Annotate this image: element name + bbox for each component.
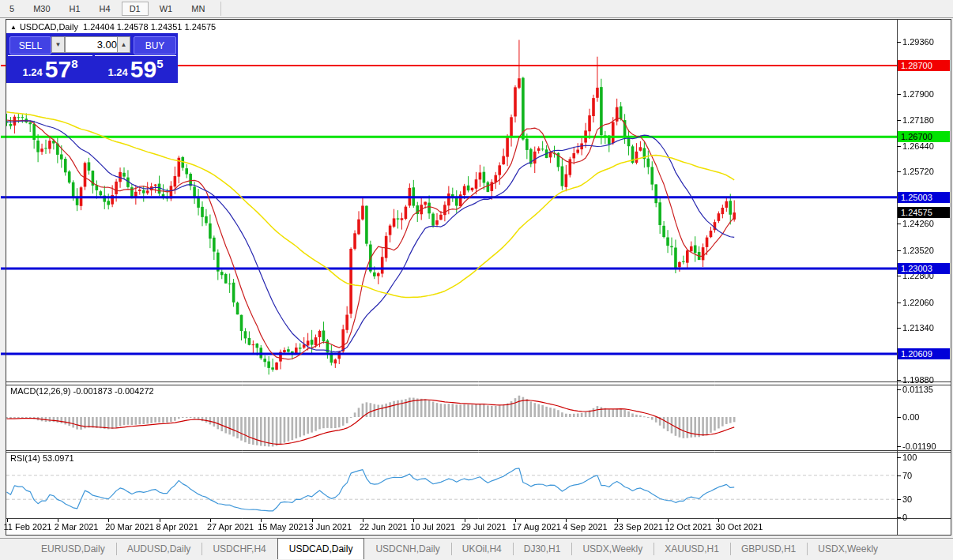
macd-axis-tick: 0.01135 bbox=[902, 385, 933, 394]
buy-price-display[interactable]: 1.24 59 5 bbox=[95, 55, 176, 81]
price-axis-tick: 1.29360 bbox=[902, 37, 934, 47]
rsi-axis-tick: 30 bbox=[902, 494, 912, 504]
volume-input[interactable]: 3.00 bbox=[65, 36, 122, 53]
timeframe-button-m30[interactable]: M30 bbox=[25, 2, 58, 16]
sell-price-display[interactable]: 1.24 57 8 bbox=[8, 55, 92, 81]
macd-label: MACD(12,26,9) -0.001873 -0.004272 bbox=[10, 386, 154, 396]
price-level-badge: 1.20609 bbox=[898, 348, 950, 359]
date-axis-label: 27 Apr 2021 bbox=[207, 522, 254, 532]
rsi-axis-tick: 100 bbox=[902, 453, 917, 462]
date-axis-label: 3 Jun 2021 bbox=[309, 522, 352, 532]
timeframe-button-mn[interactable]: MN bbox=[183, 2, 213, 16]
timeframe-button-h1[interactable]: H1 bbox=[62, 2, 89, 16]
symbol-tab-eurusd[interactable]: EURUSD,Daily bbox=[30, 539, 116, 559]
one-click-trade-panel: SELL ▼ 3.00 ▲ BUY 1.24 57 8 1.24 59 5 bbox=[6, 33, 178, 83]
price-level-badge: 1.23003 bbox=[898, 263, 950, 274]
symbol-tab-bar: EURUSD,DailyAUDUSD,DailyUSDCHF,H4USDCAD,… bbox=[0, 538, 953, 559]
date-axis-label: 20 Mar 2021 bbox=[105, 522, 154, 532]
price-axis-tick: 1.27180 bbox=[902, 115, 934, 125]
symbol-tab-usdx[interactable]: USDX,Weekly bbox=[571, 539, 654, 559]
rsi-label: RSI(14) 53.0971 bbox=[10, 453, 74, 463]
volume-down-button[interactable]: ▼ bbox=[51, 36, 65, 53]
timeframe-button-h4[interactable]: H4 bbox=[92, 2, 119, 16]
symbol-tab-usdchf[interactable]: USDCHF,H4 bbox=[202, 539, 277, 559]
chart-ohlc-values: 1.24404 1.24578 1.24351 1.24575 bbox=[83, 22, 216, 32]
price-level-badge: 1.28700 bbox=[898, 60, 950, 71]
price-axis-tick: 1.26440 bbox=[902, 141, 934, 151]
sell-button[interactable]: SELL bbox=[9, 36, 51, 54]
symbol-tab-xauusd[interactable]: XAUUSD,H1 bbox=[654, 539, 730, 559]
date-axis-label: 4 Sep 2021 bbox=[563, 522, 607, 532]
collapse-icon[interactable]: ▲ bbox=[10, 24, 17, 31]
date-axis-label: 10 Jul 2021 bbox=[410, 522, 455, 532]
timeframe-toolbar: 5M30H1H4D1W1MN bbox=[0, 0, 953, 18]
price-axis-tick: 1.23520 bbox=[902, 246, 934, 255]
chart-window bbox=[6, 19, 951, 536]
volume-up-button[interactable]: ▲ bbox=[117, 36, 130, 53]
date-axis-label: 8 Apr 2021 bbox=[156, 522, 198, 532]
sell-price-prefix: 1.24 bbox=[22, 66, 42, 78]
macd-axis-tick: 0.00 bbox=[902, 412, 919, 422]
date-axis-label: 29 Jul 2021 bbox=[461, 522, 507, 532]
chart-title: ▲USDCAD,Daily 1.24404 1.24578 1.24351 1.… bbox=[10, 22, 216, 32]
timeframe-button-d1[interactable]: D1 bbox=[122, 2, 149, 16]
tabbar-padding bbox=[0, 539, 30, 559]
rsi-axis-tick: 70 bbox=[902, 471, 912, 480]
buy-price-prefix: 1.24 bbox=[107, 66, 127, 78]
date-axis-label: 23 Sep 2021 bbox=[614, 522, 663, 532]
mt4-window: { "toolbar": { "timeframes": [ {"label":… bbox=[0, 0, 953, 560]
rsi-axis-tick: 0 bbox=[902, 513, 907, 522]
buy-button[interactable]: BUY bbox=[134, 36, 176, 54]
date-axis-label: 2 Mar 2021 bbox=[55, 522, 99, 532]
symbol-tab-audusd[interactable]: AUDUSD,Daily bbox=[116, 539, 202, 559]
date-axis-label: 12 Oct 2021 bbox=[665, 522, 712, 532]
symbol-tab-usdcad[interactable]: USDCAD,Daily bbox=[277, 538, 365, 559]
toolbar-separator bbox=[220, 2, 221, 16]
symbol-tab-gbpusd[interactable]: GBPUSD,H1 bbox=[730, 539, 807, 559]
symbol-tab-dj30[interactable]: DJ30,H1 bbox=[513, 539, 572, 559]
price-level-badge: 1.26700 bbox=[898, 131, 950, 142]
chart-symbol-label: USDCAD,Daily bbox=[20, 22, 78, 32]
price-level-badge: 1.25003 bbox=[898, 192, 950, 203]
buy-price-sup: 5 bbox=[156, 57, 163, 70]
timeframe-button-w1[interactable]: W1 bbox=[152, 2, 181, 16]
price-axis-tick: 1.27900 bbox=[902, 89, 934, 99]
date-axis-label: 30 Oct 2021 bbox=[715, 522, 763, 532]
sell-price-sup: 8 bbox=[71, 57, 77, 70]
price-axis-tick: 1.25720 bbox=[902, 167, 934, 176]
price-axis-tick: 1.21340 bbox=[902, 323, 934, 333]
symbol-tab-usdx[interactable]: USDX,Weekly bbox=[807, 539, 889, 559]
price-axis-tick: 1.24260 bbox=[902, 219, 934, 228]
date-axis-label: 17 Aug 2021 bbox=[512, 522, 561, 532]
date-axis-label: 15 May 2021 bbox=[258, 522, 308, 532]
symbol-tab-usdcnh[interactable]: USDCNH,Daily bbox=[364, 539, 450, 559]
price-axis-tick: 1.19880 bbox=[902, 375, 934, 385]
sell-price-big: 57 bbox=[45, 58, 71, 81]
symbol-tab-ukoil[interactable]: UKOil,H4 bbox=[451, 539, 513, 559]
macd-axis-tick: -0.01190 bbox=[902, 442, 936, 451]
price-axis-tick: 1.22060 bbox=[902, 298, 934, 307]
date-axis-label: 11 Feb 2021 bbox=[4, 522, 52, 532]
date-axis-label: 22 Jun 2021 bbox=[360, 522, 408, 532]
timeframe-button-5[interactable]: 5 bbox=[2, 2, 22, 16]
current-price-badge: 1.24575 bbox=[898, 207, 950, 218]
buy-price-big: 59 bbox=[130, 58, 156, 81]
